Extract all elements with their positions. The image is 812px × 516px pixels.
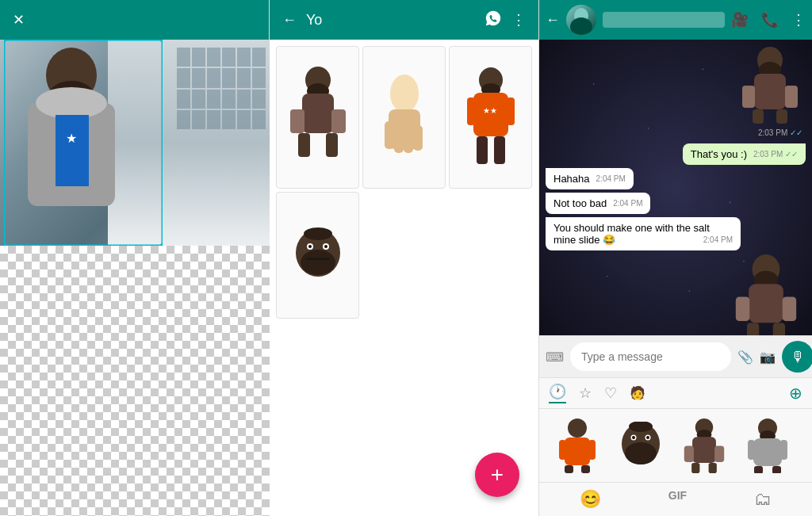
sticker-picker: 🕐 ☆ ♡ 🧑 ⊕ <box>539 377 812 516</box>
svg-rect-77 <box>754 466 763 473</box>
svg-rect-18 <box>404 125 413 153</box>
bubble-text: Hahaha <box>553 173 590 185</box>
svg-rect-10 <box>290 109 304 133</box>
svg-rect-74 <box>753 438 782 466</box>
sticker-pack-panel: ← Yo ⋮ <box>270 0 539 516</box>
back-icon[interactable]: ← <box>282 12 297 29</box>
sticker-cell-2[interactable] <box>362 46 446 189</box>
camera-icon[interactable]: 📷 <box>760 350 776 365</box>
bubble-thats-you: That's you :) 2:03 PM ✓✓ <box>683 143 806 165</box>
sticker-chat-figure <box>734 46 806 125</box>
svg-point-59 <box>625 442 657 464</box>
sticker-picker-grid <box>539 409 812 482</box>
chat-action-icons: 🎥 📞 ⋮ <box>731 11 806 29</box>
svg-rect-75 <box>748 440 755 460</box>
svg-rect-26 <box>477 136 488 164</box>
windows <box>177 48 266 212</box>
heart-tab[interactable]: ♡ <box>604 384 617 402</box>
video-call-icon[interactable]: 🎥 <box>731 11 749 29</box>
picker-face-2 <box>617 422 665 469</box>
sticker-cell-1[interactable] <box>276 46 359 189</box>
pack-title: Yo <box>306 12 475 29</box>
chat-background: 2:03 PM ✓✓ That's you :) 2:03 PM ✓✓ Haha… <box>539 40 812 335</box>
svg-rect-44 <box>776 109 787 124</box>
svg-point-52 <box>568 419 587 438</box>
picker-sticker-2[interactable] <box>612 417 669 474</box>
picker-figure-bags-2 <box>680 418 728 473</box>
svg-rect-78 <box>772 466 781 473</box>
recent-tab[interactable]: 🕐 <box>549 383 566 403</box>
svg-rect-47 <box>749 284 783 323</box>
bubble-hahaha: Hahaha 2:04 PM <box>546 168 634 189</box>
mic-button[interactable]: 🎙 <box>782 341 812 373</box>
sticker-chat-figure-2 <box>726 254 806 335</box>
svg-rect-27 <box>494 136 505 164</box>
sticker-header: ← Yo ⋮ <box>270 0 538 40</box>
contact-name <box>603 12 725 28</box>
bubble-text: You should make one with the salt mine s… <box>553 222 710 246</box>
contact-avatar[interactable] <box>566 5 596 35</box>
gif-button[interactable]: GIF <box>668 489 687 510</box>
svg-point-33 <box>324 245 327 248</box>
message-input[interactable] <box>570 342 731 371</box>
svg-rect-4 <box>56 115 89 186</box>
sticker-cell-3[interactable]: ★★ <box>449 46 532 189</box>
svg-text:★: ★ <box>66 132 77 145</box>
sticker-icon[interactable]: 🗂 <box>754 489 772 510</box>
editor-header: ✕ <box>0 0 269 40</box>
add-sticker-tab[interactable]: ⊕ <box>789 384 802 403</box>
bubble-salt-mine: You should make one with the salt mine s… <box>546 217 741 250</box>
sticker-face <box>290 227 346 283</box>
close-icon[interactable]: ✕ <box>13 11 25 29</box>
svg-text:★★: ★★ <box>483 106 497 115</box>
svg-rect-13 <box>326 133 338 157</box>
voice-call-icon[interactable]: 📞 <box>761 11 779 29</box>
svg-rect-41 <box>742 86 755 108</box>
sticker-pack-tab[interactable]: 🧑 <box>630 385 645 402</box>
svg-rect-71 <box>709 463 717 473</box>
svg-rect-67 <box>692 437 716 463</box>
bubble-time: 2:04 PM <box>596 174 626 183</box>
picker-sticker-1[interactable] <box>549 417 606 474</box>
picker-figure-1 <box>553 418 601 473</box>
keyboard-icon[interactable]: ⌨ <box>546 350 564 365</box>
star-tab[interactable]: ☆ <box>579 384 592 402</box>
svg-rect-34 <box>306 258 330 260</box>
chat-header: ← 🎥 📞 ⋮ <box>539 0 812 40</box>
chat-panel: ← 🎥 📞 ⋮ 2:03 PM ✓✓ <box>539 0 812 516</box>
svg-rect-16 <box>385 121 394 149</box>
svg-point-63 <box>646 436 649 439</box>
svg-rect-49 <box>783 297 796 322</box>
svg-rect-76 <box>780 440 787 460</box>
bubble-text: That's you :) <box>691 148 747 160</box>
sticker-picker-bottom: 😊 GIF 🗂 <box>539 482 812 516</box>
emoji-icon[interactable]: 😊 <box>580 489 601 510</box>
picker-sticker-4[interactable] <box>739 417 796 474</box>
sticker-hand-egg <box>377 74 432 161</box>
svg-rect-70 <box>691 463 699 473</box>
chat-more-icon[interactable]: ⋮ <box>791 11 806 29</box>
svg-rect-56 <box>565 465 573 473</box>
svg-rect-24 <box>467 97 475 125</box>
more-options-icon[interactable]: ⋮ <box>511 11 526 29</box>
svg-rect-9 <box>302 94 334 133</box>
svg-point-29 <box>301 250 335 275</box>
svg-rect-57 <box>581 465 590 473</box>
svg-rect-11 <box>331 109 346 133</box>
sticker-cell-4[interactable] <box>276 192 359 319</box>
photo-background: ★ <box>0 40 270 246</box>
svg-rect-55 <box>588 440 596 460</box>
svg-rect-54 <box>559 440 566 460</box>
add-sticker-fab[interactable]: + <box>475 453 519 497</box>
bubble-time: 2:03 PM ✓✓ <box>753 150 798 159</box>
attachment-icon[interactable]: 📎 <box>737 350 753 365</box>
svg-point-14 <box>390 75 419 113</box>
chat-back-icon[interactable]: ← <box>546 12 560 29</box>
bubble-time: 2:04 PM <box>613 199 642 208</box>
editor-panel: ✕ <box>0 0 270 516</box>
svg-rect-12 <box>298 133 310 157</box>
chat-input-area: ⌨ 📎 📷 🎙 <box>539 335 812 377</box>
picker-sticker-3[interactable] <box>676 417 733 474</box>
svg-rect-69 <box>714 445 724 462</box>
svg-rect-68 <box>684 445 694 462</box>
